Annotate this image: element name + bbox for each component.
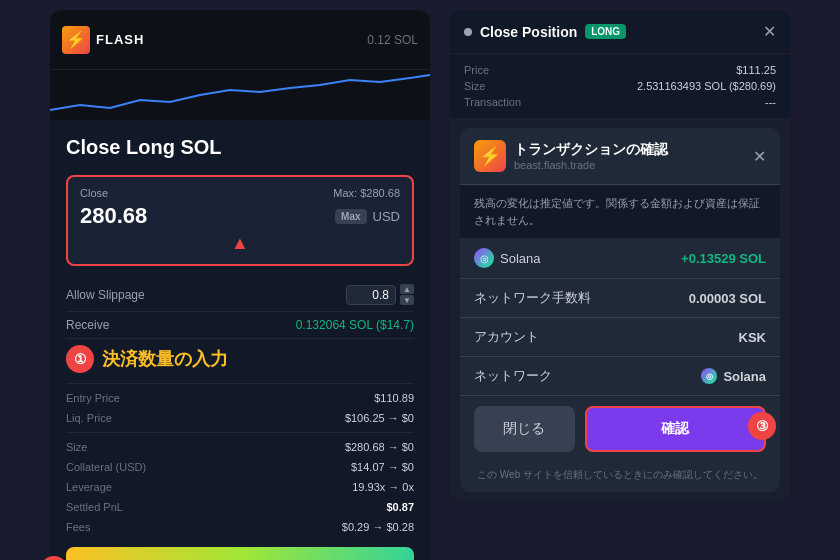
slippage-label: Allow Slippage — [66, 288, 145, 302]
network-value-row: ◎ Solana — [701, 368, 766, 384]
entry-price-value: $110.89 — [374, 392, 414, 404]
tx-title-main: トランザクションの確認 — [514, 141, 668, 159]
receive-row: Receive 0.132064 SOL ($14.7) — [66, 312, 414, 339]
fees-label: Fees — [66, 521, 90, 533]
slippage-controls: ▲ ▼ — [346, 284, 414, 305]
liq-price-row: Liq. Price $106.25 → $0 — [66, 408, 414, 428]
collateral-row: Collateral (USD) $14.07 → $0 — [66, 457, 414, 477]
tx-modal-header: ⚡ トランザクションの確認 beast.flash.trade ✕ — [460, 128, 780, 185]
tx-flash-icon: ⚡ — [474, 140, 506, 172]
tx-modal: ⚡ トランザクションの確認 beast.flash.trade ✕ 残高の変化は… — [460, 128, 780, 492]
flash-logo-text: FLASH — [96, 32, 144, 47]
divider-1 — [66, 383, 414, 384]
solana-value: +0.13529 SOL — [681, 251, 766, 266]
chart-header: ⚡ FLASH 0.12 SOL — [50, 10, 430, 70]
slippage-stepper: ▲ ▼ — [400, 284, 414, 305]
network-label: ネットワーク — [474, 367, 552, 385]
annotation-1-text: 決済数量の入力 — [102, 347, 228, 371]
close-input-row: 280.68 Max USD — [80, 203, 400, 229]
main-container: ② ⚡ FLASH 0.12 SOL — [0, 0, 840, 560]
left-panel: ⚡ FLASH 0.12 SOL — [50, 10, 430, 560]
tx-warning: 残高の変化は推定値です。関係する金額および資産は保証されません。 — [460, 185, 780, 238]
solana-label: ◎ Solana — [474, 248, 540, 268]
left-panel-wrapper: ② ⚡ FLASH 0.12 SOL — [50, 10, 430, 560]
network-row: ネットワーク ◎ Solana — [460, 357, 780, 396]
annotation-3-wrapper: ③ — [748, 412, 776, 440]
receive-value: 0.132064 SOL ($14.7) — [296, 318, 414, 332]
account-label: アカウント — [474, 328, 539, 346]
fees-row: Fees $0.29 → $0.28 — [66, 517, 414, 537]
slippage-up-btn[interactable]: ▲ — [400, 284, 414, 294]
entry-price-label: Entry Price — [66, 392, 120, 404]
rp-info-grid: Price $111.25 Size 2.531163493 SOL ($280… — [450, 54, 790, 118]
close-input-box: Close Max: $280.68 280.68 Max USD ▲ — [66, 175, 414, 266]
chart-area — [50, 70, 430, 120]
max-badge[interactable]: Max — [335, 209, 366, 224]
slippage-input[interactable] — [346, 285, 396, 305]
arrow-up-icon: ▲ — [231, 233, 249, 253]
tx-disclaimer: この Web サイトを信頼しているときにのみ確認してください。 — [460, 462, 780, 492]
network-fee-label: ネットワーク手数料 — [474, 289, 591, 307]
chart-svg — [50, 70, 430, 120]
right-panel: Close Position LONG ✕ Price $111.25 Size… — [450, 10, 790, 502]
annotation-1-circle: ① — [66, 345, 94, 373]
network-fee-row: ネットワーク手数料 0.00003 SOL — [460, 279, 780, 318]
price-value: $111.25 — [589, 64, 776, 76]
max-label: Max: $280.68 — [333, 187, 400, 199]
leverage-row: Leverage 19.93x → 0x — [66, 477, 414, 497]
settled-pnl-value: $0.87 — [386, 501, 414, 513]
leverage-value: 19.93x → 0x — [352, 481, 414, 493]
right-panel-close-btn[interactable]: ✕ — [763, 22, 776, 41]
transaction-label: Transaction — [464, 96, 569, 108]
close-position-button[interactable]: CLOSE — [66, 547, 414, 560]
size-label: Size — [66, 441, 87, 453]
tx-title-text: トランザクションの確認 beast.flash.trade — [514, 141, 668, 171]
rp-title-row: Close Position LONG — [464, 24, 626, 40]
position-dot — [464, 28, 472, 36]
solana-row: ◎ Solana +0.13529 SOL — [460, 238, 780, 279]
transaction-value: --- — [589, 96, 776, 108]
flash-logo-icon: ⚡ — [62, 26, 90, 54]
network-fee-value: 0.00003 SOL — [689, 291, 766, 306]
tx-modal-close-btn[interactable]: ✕ — [753, 147, 766, 166]
size-value-r: 2.531163493 SOL ($280.69) — [589, 80, 776, 92]
tx-title-row: ⚡ トランザクションの確認 beast.flash.trade — [474, 140, 668, 172]
tx-title-sub: beast.flash.trade — [514, 159, 668, 171]
annotation-3-circle: ③ — [748, 412, 776, 440]
collateral-value: $14.07 → $0 — [351, 461, 414, 473]
account-value: KSK — [739, 330, 766, 345]
usd-label: USD — [373, 209, 400, 224]
receive-label: Receive — [66, 318, 109, 332]
tx-confirm-button[interactable]: 確認 — [585, 406, 766, 452]
slippage-row: Allow Slippage ▲ ▼ — [66, 278, 414, 312]
size-row: Size $280.68 → $0 — [66, 437, 414, 457]
network-value: Solana — [723, 369, 766, 384]
network-solana-icon: ◎ — [701, 368, 717, 384]
long-badge: LONG — [585, 24, 626, 39]
collateral-label: Collateral (USD) — [66, 461, 146, 473]
settled-pnl-row: Settled PnL $0.87 — [66, 497, 414, 517]
modal-content: Close Long SOL Close Max: $280.68 280.68… — [50, 120, 430, 560]
liq-price-value: $106.25 → $0 — [345, 412, 414, 424]
tx-footer: 閉じる 確認 — [460, 396, 780, 462]
fees-value: $0.29 → $0.28 — [342, 521, 414, 533]
account-row: アカウント KSK — [460, 318, 780, 357]
annotation-1-bubble: ① 決済数量の入力 — [66, 339, 414, 379]
annotation-2-circle: ② — [40, 556, 68, 560]
annotation-2-wrapper: ② — [40, 556, 68, 560]
liq-price-label: Liq. Price — [66, 412, 112, 424]
tx-cancel-button[interactable]: 閉じる — [474, 406, 575, 452]
chart-price: 0.12 SOL — [367, 33, 418, 47]
entry-price-row: Entry Price $110.89 — [66, 388, 414, 408]
flash-logo: ⚡ FLASH — [62, 26, 144, 54]
close-input-controls: Max USD — [335, 209, 400, 224]
size-value: $280.68 → $0 — [345, 441, 414, 453]
slippage-down-btn[interactable]: ▼ — [400, 295, 414, 305]
close-input-value[interactable]: 280.68 — [80, 203, 147, 229]
modal-title: Close Long SOL — [66, 136, 414, 159]
price-label: Price — [464, 64, 569, 76]
rp-title: Close Position — [480, 24, 577, 40]
solana-icon: ◎ — [474, 248, 494, 268]
divider-2 — [66, 432, 414, 433]
settled-pnl-label: Settled PnL — [66, 501, 123, 513]
